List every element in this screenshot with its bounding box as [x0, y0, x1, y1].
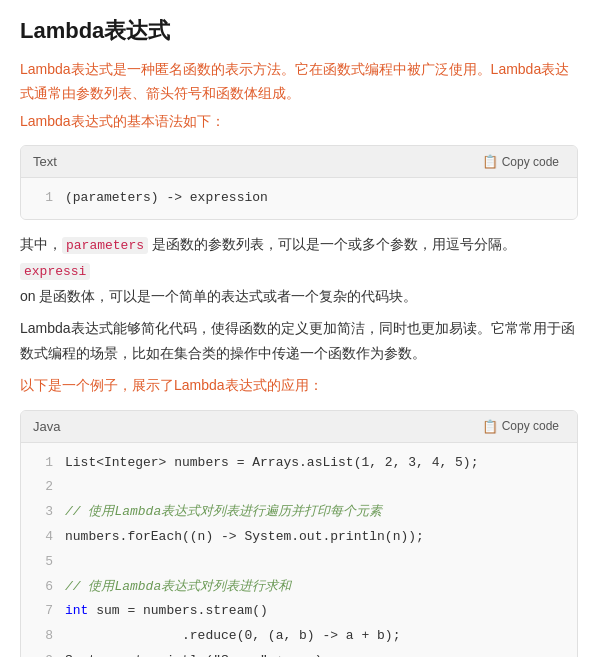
- java-linecode-3: // 使用Lambda表达式对列表进行遍历并打印每个元素: [65, 502, 382, 523]
- java-line-4: 4 numbers.forEach((n) -> System.out.prin…: [21, 525, 577, 550]
- copy-icon-2: 📋: [482, 419, 498, 434]
- java-line-1: 1 List<Integer> numbers = Arrays.asList(…: [21, 451, 577, 476]
- java-line-8: 8 .reduce(0, (a, b) -> a + b);: [21, 624, 577, 649]
- java-linenum-7: 7: [29, 601, 53, 622]
- line-num-1: 1: [29, 188, 53, 209]
- java-line-9: 9 System.out.println("Sum: " + sum);: [21, 649, 577, 657]
- java-linecode-9: System.out.println("Sum: " + sum);: [65, 651, 330, 657]
- java-linecode-5: [65, 552, 73, 573]
- java-linenum-3: 3: [29, 502, 53, 523]
- body-text-part2: 是函数的参数列表，可以是一个或多个参数，用逗号分隔。: [148, 236, 516, 252]
- code-block-java-header: Java 📋 Copy code: [21, 411, 577, 443]
- java-linenum-5: 5: [29, 552, 53, 573]
- code-line-1: 1 (parameters) -> expression: [21, 186, 577, 211]
- intro-paragraph-2: Lambda表达式的基本语法如下：: [20, 110, 578, 134]
- code-lang-text: Text: [33, 154, 57, 169]
- java-linecode-8: .reduce(0, (a, b) -> a + b);: [65, 626, 400, 647]
- copy-icon-1: 📋: [482, 154, 498, 169]
- java-linenum-6: 6: [29, 577, 53, 598]
- java-linenum-8: 8: [29, 626, 53, 647]
- code-lang-java: Java: [33, 419, 60, 434]
- code-block-text-header: Text 📋 Copy code: [21, 146, 577, 178]
- body-explanation-2: Lambda表达式能够简化代码，使得函数的定义更加简洁，同时也更加易读。它常常用…: [20, 316, 578, 365]
- java-linecode-2: [65, 477, 73, 498]
- java-linenum-1: 1: [29, 453, 53, 474]
- code-block-text: Text 📋 Copy code 1 (parameters) -> expre…: [20, 145, 578, 220]
- java-line-7: 7 int sum = numbers.stream(): [21, 599, 577, 624]
- body-text-part1: 其中，: [20, 236, 62, 252]
- java-linecode-4: numbers.forEach((n) -> System.out.printl…: [65, 527, 424, 548]
- code-body-text: 1 (parameters) -> expression: [21, 178, 577, 219]
- java-line-2: 2: [21, 475, 577, 500]
- java-linecode-1: List<Integer> numbers = Arrays.asList(1,…: [65, 453, 478, 474]
- java-line-5: 5: [21, 550, 577, 575]
- java-linecode-6: // 使用Lambda表达式对列表进行求和: [65, 577, 291, 598]
- parameters-code: parameters: [62, 237, 148, 254]
- page-title: Lambda表达式: [20, 16, 578, 46]
- body-explanation-3: 以下是一个例子，展示了Lambda表达式的应用：: [20, 373, 578, 398]
- body-explanation-1: 其中，parameters 是函数的参数列表，可以是一个或多个参数，用逗号分隔。…: [20, 232, 578, 308]
- java-linenum-4: 4: [29, 527, 53, 548]
- copy-button-2[interactable]: 📋 Copy code: [476, 417, 565, 436]
- line-code-1: (parameters) -> expression: [65, 188, 268, 209]
- java-line-3: 3 // 使用Lambda表达式对列表进行遍历并打印每个元素: [21, 500, 577, 525]
- java-linenum-9: 9: [29, 651, 53, 657]
- code-body-java: 1 List<Integer> numbers = Arrays.asList(…: [21, 443, 577, 657]
- copy-button-1[interactable]: 📋 Copy code: [476, 152, 565, 171]
- copy-label-1: Copy code: [502, 155, 559, 169]
- expression-code: expressi: [20, 263, 90, 280]
- intro-paragraph-1: Lambda表达式是一种匿名函数的表示方法。它在函数式编程中被广泛使用。Lamb…: [20, 58, 578, 106]
- copy-label-2: Copy code: [502, 419, 559, 433]
- body-text-part3: on 是函数体，可以是一个简单的表达式或者一个复杂的代码块。: [20, 288, 417, 304]
- code-block-java: Java 📋 Copy code 1 List<Integer> numbers…: [20, 410, 578, 657]
- java-line-6: 6 // 使用Lambda表达式对列表进行求和: [21, 575, 577, 600]
- java-linenum-2: 2: [29, 477, 53, 498]
- java-linecode-7: int sum = numbers.stream(): [65, 601, 268, 622]
